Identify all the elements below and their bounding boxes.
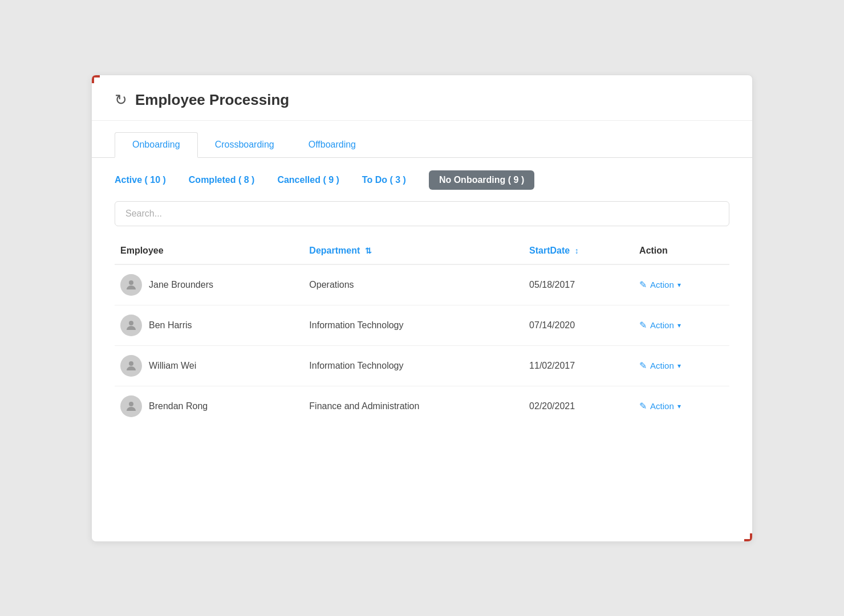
tab-crossboarding[interactable]: Crossboarding <box>198 132 291 157</box>
action-button[interactable]: ✎ Action ▾ <box>639 360 681 371</box>
table-row: William Wei Information Technology 11/02… <box>115 345 729 386</box>
chevron-down-icon: ▾ <box>677 362 681 370</box>
filter-no-onboarding[interactable]: No Onboarding ( 9 ) <box>429 170 534 190</box>
employee-name: William Wei <box>149 361 196 371</box>
col-employee: Employee <box>115 238 303 264</box>
employee-name: Brendan Rong <box>149 401 208 411</box>
card-header: ↻ Employee Processing <box>92 75 752 121</box>
tab-onboarding[interactable]: Onboarding <box>115 132 198 158</box>
department-cell: Information Technology <box>303 305 524 345</box>
edit-icon: ✎ <box>639 401 647 411</box>
startdate-cell: 07/14/2020 <box>524 305 634 345</box>
filters-section: Active ( 10 ) Completed ( 8 ) Cancelled … <box>92 158 752 195</box>
employee-table: Employee Department ⇅ StartDate ↕ Action <box>115 238 729 426</box>
filter-cancelled[interactable]: Cancelled ( 9 ) <box>277 175 339 185</box>
avatar <box>120 274 142 296</box>
department-cell: Finance and Administration <box>303 386 524 426</box>
main-card: ↻ Employee Processing Onboarding Crossbo… <box>91 75 753 542</box>
col-action: Action <box>634 238 729 264</box>
employee-name: Jane Brounders <box>149 280 213 290</box>
avatar <box>120 395 142 417</box>
svg-point-1 <box>129 321 133 325</box>
department-cell: Operations <box>303 264 524 305</box>
action-button[interactable]: ✎ Action ▾ <box>639 401 681 411</box>
edit-icon: ✎ <box>639 279 647 290</box>
chevron-down-icon: ▾ <box>677 402 681 410</box>
action-cell: ✎ Action ▾ <box>634 264 729 305</box>
search-input[interactable] <box>115 201 729 226</box>
table-row: Brendan Rong Finance and Administration … <box>115 386 729 426</box>
action-cell: ✎ Action ▾ <box>634 386 729 426</box>
svg-point-3 <box>129 402 133 406</box>
action-cell: ✎ Action ▾ <box>634 305 729 345</box>
filter-todo[interactable]: To Do ( 3 ) <box>362 175 406 185</box>
tabs-section: Onboarding Crossboarding Offboarding <box>92 121 752 158</box>
action-label: Action <box>650 401 674 411</box>
employee-name: Ben Harris <box>149 320 192 331</box>
department-cell: Information Technology <box>303 345 524 386</box>
employee-cell: Ben Harris <box>115 305 303 345</box>
employee-cell: Jane Brounders <box>115 264 303 305</box>
page-title: Employee Processing <box>135 91 289 109</box>
table-section: Employee Department ⇅ StartDate ↕ Action <box>92 232 752 443</box>
startdate-cell: 05/18/2017 <box>524 264 634 305</box>
action-label: Action <box>650 320 674 330</box>
employee-cell: Brendan Rong <box>115 386 303 426</box>
tabs-container: Onboarding Crossboarding Offboarding <box>115 132 729 157</box>
col-department[interactable]: Department ⇅ <box>303 238 524 264</box>
avatar <box>120 355 142 377</box>
tab-offboarding[interactable]: Offboarding <box>291 132 373 157</box>
table-row: Jane Brounders Operations 05/18/2017 ✎ A… <box>115 264 729 305</box>
chevron-down-icon: ▾ <box>677 321 681 329</box>
col-startdate[interactable]: StartDate ↕ <box>524 238 634 264</box>
action-label: Action <box>650 280 674 289</box>
avatar <box>120 315 142 336</box>
chevron-down-icon: ▾ <box>677 281 681 289</box>
employee-cell: William Wei <box>115 345 303 386</box>
department-sort-icon: ⇅ <box>365 246 372 255</box>
edit-icon: ✎ <box>639 320 647 331</box>
startdate-cell: 02/20/2021 <box>524 386 634 426</box>
refresh-icon: ↻ <box>115 91 127 109</box>
action-button[interactable]: ✎ Action ▾ <box>639 320 681 331</box>
svg-point-0 <box>129 280 133 285</box>
action-cell: ✎ Action ▾ <box>634 345 729 386</box>
startdate-sort-icon: ↕ <box>575 246 579 255</box>
edit-icon: ✎ <box>639 360 647 371</box>
table-row: Ben Harris Information Technology 07/14/… <box>115 305 729 345</box>
filter-active[interactable]: Active ( 10 ) <box>115 175 166 185</box>
svg-point-2 <box>129 361 133 366</box>
filter-completed[interactable]: Completed ( 8 ) <box>189 175 255 185</box>
action-label: Action <box>650 361 674 370</box>
startdate-cell: 11/02/2017 <box>524 345 634 386</box>
search-section <box>92 195 752 232</box>
table-header-row: Employee Department ⇅ StartDate ↕ Action <box>115 238 729 264</box>
action-button[interactable]: ✎ Action ▾ <box>639 279 681 290</box>
